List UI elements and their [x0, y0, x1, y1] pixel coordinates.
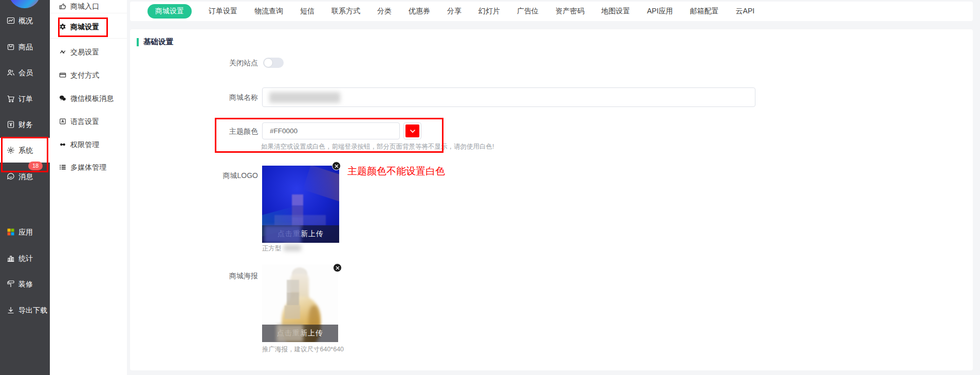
tab-asset-password[interactable]: 资产密码 — [556, 7, 584, 16]
trade-settings-icon — [59, 48, 66, 57]
goods-icon — [7, 43, 15, 52]
tab-category[interactable]: 分类 — [377, 7, 392, 16]
tab-mail-config[interactable]: 邮箱配置 — [690, 7, 719, 16]
sidebar-item-label: 概况 — [19, 16, 33, 26]
entrance-icon — [59, 3, 66, 11]
tab-api-app[interactable]: API应用 — [647, 7, 673, 16]
sidebar-item-label: 导出下载 — [19, 306, 47, 315]
sidebar-item-decorate[interactable]: 装修 — [0, 278, 50, 291]
tab-sms[interactable]: 短信 — [300, 7, 315, 16]
sidebar-item-finance[interactable]: 财务 — [0, 118, 50, 132]
pixelation-block — [285, 306, 300, 319]
sidebar-item-label: 会员 — [19, 68, 33, 78]
sidebar-item-apps[interactable]: 应用 — [0, 226, 50, 239]
menu-item-payment-methods[interactable]: 支付方式 — [50, 70, 127, 81]
secondary-sidebar: 商城入口 商城设置 交易设置 支付方式 微信模板消息 语言设置 权限管理 多媒 — [50, 0, 127, 375]
sidebar-item-orders[interactable]: 订单 — [0, 93, 50, 106]
tab-map-settings[interactable]: 地图设置 — [601, 7, 630, 16]
sidebar-item-stats[interactable]: 统计 — [0, 252, 50, 265]
orders-icon — [7, 95, 15, 104]
sidebar-item-label: 应用 — [19, 228, 33, 237]
settings-tab-bar: 商城设置 订单设置 物流查询 短信 联系方式 分类 优惠券 分享 幻灯片 广告位… — [130, 2, 973, 21]
close-site-toggle[interactable] — [263, 58, 284, 68]
primary-sidebar: 概况 商品 会员 订单 财务 系统 消息 应用 — [0, 0, 50, 375]
menu-item-media[interactable]: 多媒体管理 — [50, 162, 127, 173]
tab-contact[interactable]: 联系方式 — [331, 7, 360, 16]
tab-logistics-query[interactable]: 物流查询 — [254, 7, 283, 16]
media-icon — [59, 164, 66, 172]
tab-cloud-api[interactable]: 云API — [736, 7, 755, 16]
sidebar-item-label: 财务 — [19, 120, 33, 130]
system-icon — [7, 146, 15, 156]
menu-item-label: 多媒体管理 — [70, 163, 106, 172]
tab-slideshow[interactable]: 幻灯片 — [478, 7, 500, 16]
mall-logo-image[interactable]: 点击重新上传 — [262, 166, 339, 243]
theme-color-input[interactable] — [262, 122, 400, 139]
mall-admin-page: 概况 商品 会员 订单 财务 系统 消息 应用 — [0, 0, 980, 375]
apps-icon — [7, 228, 15, 238]
menu-item-label: 权限管理 — [70, 140, 99, 150]
theme-color-label: 主题颜色 — [155, 127, 258, 136]
tab-ad-slot[interactable]: 广告位 — [517, 7, 539, 16]
members-icon — [7, 68, 15, 78]
stats-icon — [7, 254, 15, 264]
menu-item-language-settings[interactable]: 语言设置 — [50, 116, 127, 128]
close-icon — [336, 266, 340, 270]
menu-item-wechat-template[interactable]: 微信模板消息 — [50, 93, 127, 104]
mall-logo-label: 商城LOGO — [155, 171, 258, 181]
poster-reupload-bar[interactable]: 点击重新上传 — [262, 325, 338, 342]
caption-redacted — [284, 245, 301, 251]
wechat-template-icon — [59, 95, 66, 103]
logo-remove-button[interactable] — [332, 162, 341, 170]
sidebar-item-messages[interactable]: 消息 — [0, 170, 50, 184]
mall-poster-image[interactable]: 点击重新上传 — [262, 264, 338, 342]
sidebar-item-label: 消息 — [19, 172, 33, 182]
overview-icon — [7, 16, 15, 26]
tab-mall-settings[interactable]: 商城设置 — [147, 4, 192, 19]
brand-logo[interactable] — [9, 0, 41, 8]
sidebar-item-export-download[interactable]: 导出下载 — [0, 304, 50, 317]
menu-item-mall-entrance[interactable]: 商城入口 — [50, 1, 127, 12]
logo-image-highlight — [303, 166, 339, 202]
basic-settings-card — [130, 29, 973, 370]
mall-name-label: 商城名称 — [155, 93, 258, 102]
sidebar-item-overview[interactable]: 概况 — [0, 14, 50, 28]
finance-icon — [7, 120, 15, 130]
divider — [50, 38, 127, 39]
color-picker-button[interactable] — [403, 122, 421, 139]
section-title: 基础设置 — [143, 37, 173, 47]
permission-icon — [59, 141, 66, 150]
pixelation-block — [274, 215, 326, 225]
menu-item-permission[interactable]: 权限管理 — [50, 139, 127, 151]
theme-color-annotation-text: 主题颜色不能设置白色 — [347, 165, 445, 178]
menu-item-label: 交易设置 — [70, 48, 99, 57]
toggle-knob — [264, 58, 273, 67]
menu-item-trade-settings[interactable]: 交易设置 — [50, 47, 127, 58]
menu-item-label: 语言设置 — [70, 117, 99, 127]
tab-order-settings[interactable]: 订单设置 — [209, 7, 237, 16]
language-icon — [59, 118, 66, 127]
section-accent-bar — [137, 38, 139, 46]
download-icon — [7, 306, 15, 316]
menu-item-label: 商城入口 — [70, 2, 99, 11]
sidebar-item-system[interactable]: 系统 — [0, 144, 50, 157]
close-site-label: 关闭站点 — [155, 59, 258, 68]
menu-item-label: 微信模板消息 — [70, 94, 114, 103]
tab-share[interactable]: 分享 — [447, 7, 461, 16]
color-swatch — [405, 124, 419, 137]
system-badge: 18 — [28, 162, 43, 170]
payment-icon — [59, 72, 66, 80]
menu-item-label: 支付方式 — [70, 71, 99, 80]
messages-icon — [7, 172, 15, 182]
pixelation-block — [287, 280, 299, 292]
sidebar-item-members[interactable]: 会员 — [0, 66, 50, 80]
logo-reupload-bar[interactable]: 点击重新上传 — [262, 225, 339, 243]
sidebar-item-label: 商品 — [19, 43, 33, 52]
sidebar-item-goods[interactable]: 商品 — [0, 41, 50, 54]
sidebar-item-label: 订单 — [19, 95, 33, 104]
decorate-icon — [7, 280, 15, 290]
tab-coupon[interactable]: 优惠券 — [409, 7, 430, 16]
menu-item-mall-settings[interactable]: 商城设置 — [50, 22, 127, 33]
sidebar-item-label: 系统 — [19, 146, 33, 155]
poster-remove-button[interactable] — [333, 263, 342, 272]
